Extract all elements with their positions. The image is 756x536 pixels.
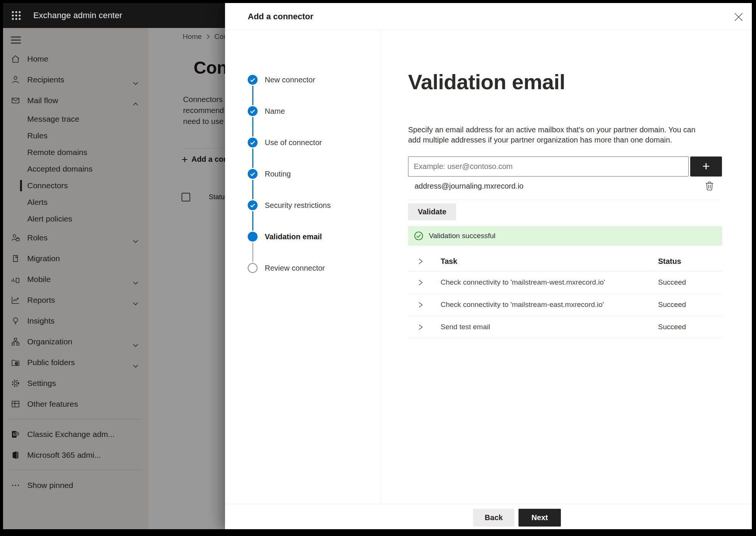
panel-footer: Back Next xyxy=(225,504,752,529)
table-row: Check connectivity to 'mailstream-east.m… xyxy=(408,294,722,316)
step-completed-check-icon xyxy=(248,200,258,210)
step-completed-check-icon xyxy=(248,138,258,147)
wizard-step-use-of-connector[interactable]: Use of connector xyxy=(265,138,322,147)
task-cell: Check connectivity to 'mailstream-west.m… xyxy=(441,278,605,287)
divider xyxy=(408,200,722,200)
wizard-step-name[interactable]: Name xyxy=(265,106,285,116)
table-row: Send test email Succeed xyxy=(408,316,722,338)
panel-header: Add a connector xyxy=(225,3,752,30)
address-value: address@journaling.mxrecord.io xyxy=(414,182,702,191)
close-icon[interactable] xyxy=(731,10,746,24)
step-heading: Validation email xyxy=(408,70,565,94)
email-address-input[interactable] xyxy=(408,156,689,177)
status-column-header: Status xyxy=(658,257,681,266)
wizard-step-new-connector[interactable]: New connector xyxy=(265,75,315,85)
step-current-icon xyxy=(248,232,258,242)
step-connector-line xyxy=(252,211,253,231)
plus-icon: + xyxy=(702,160,710,172)
task-cell: Send test email xyxy=(441,323,490,331)
status-cell: Succeed xyxy=(658,323,686,331)
wizard-steps: New connectorNameUse of connectorRouting… xyxy=(225,30,381,504)
modal-dim-overlay xyxy=(3,28,225,529)
step-completed-check-icon xyxy=(248,75,258,85)
back-button[interactable]: Back xyxy=(473,509,514,527)
step-connector-line xyxy=(252,149,253,168)
step-connector-line xyxy=(252,117,253,136)
workspace: HomeRecipientsMail flowMessage traceRule… xyxy=(3,28,225,529)
validation-email-step-content: Validation email Specify an email addres… xyxy=(382,30,752,504)
add-connector-panel: Add a connector New connectorNameUse of … xyxy=(225,3,752,529)
row-expand-chevron-icon[interactable] xyxy=(418,279,425,285)
app-title: Exchange admin center xyxy=(33,11,122,20)
step-connector-line xyxy=(252,243,253,262)
row-expand-chevron-icon[interactable] xyxy=(418,302,425,308)
wizard-step-security-restrictions[interactable]: Security restrictions xyxy=(265,200,331,210)
screenshot-frame: Exchange admin center HomeRecipientsMail… xyxy=(3,3,752,529)
task-cell: Check connectivity to 'mailstream-east.m… xyxy=(441,301,604,309)
table-row: Check connectivity to 'mailstream-west.m… xyxy=(408,271,722,294)
validation-task-table: Task Status Check connectivity to 'mails… xyxy=(408,251,722,338)
step-upcoming-icon xyxy=(248,263,258,273)
success-check-icon xyxy=(414,231,424,241)
step-description: Specify an email address for an active m… xyxy=(408,125,707,145)
success-message: Validation successful xyxy=(429,232,495,240)
delete-address-icon[interactable] xyxy=(702,179,717,193)
table-header-row: Task Status xyxy=(408,251,722,271)
expand-all-chevron-icon[interactable] xyxy=(418,258,425,264)
status-cell: Succeed xyxy=(658,301,686,309)
validate-button[interactable]: Validate xyxy=(408,203,456,220)
step-completed-check-icon xyxy=(248,106,258,116)
wizard-step-validation-email[interactable]: Validation email xyxy=(265,232,322,242)
address-list-item: address@journaling.mxrecord.io xyxy=(408,178,722,194)
panel-title: Add a connector xyxy=(248,12,314,22)
add-address-button[interactable]: + xyxy=(690,156,722,177)
status-cell: Succeed xyxy=(658,278,686,287)
step-connector-line xyxy=(252,180,253,199)
validation-success-banner: Validation successful xyxy=(408,226,722,246)
step-connector-line xyxy=(252,86,253,105)
task-column-header: Task xyxy=(441,257,457,266)
step-completed-check-icon xyxy=(248,169,258,179)
email-input-row: + xyxy=(408,156,722,177)
panel-body: New connectorNameUse of connectorRouting… xyxy=(225,30,752,504)
wizard-step-review-connector[interactable]: Review connector xyxy=(265,263,325,273)
next-button[interactable]: Next xyxy=(518,509,561,527)
app-launcher-icon[interactable] xyxy=(8,7,25,24)
wizard-step-routing[interactable]: Routing xyxy=(265,169,291,179)
row-expand-chevron-icon[interactable] xyxy=(418,324,425,330)
